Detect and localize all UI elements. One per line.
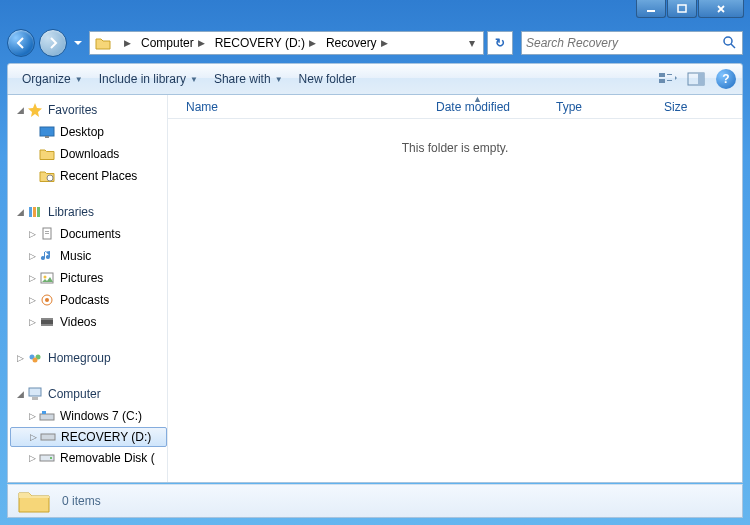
tree-item-pictures[interactable]: ▷Pictures — [10, 267, 167, 289]
content-pane: ▲ Name Date modified Type Size This fold… — [168, 95, 742, 482]
share-with-button[interactable]: Share with▼ — [206, 68, 291, 90]
tree-item-recent-places[interactable]: Recent Places — [10, 165, 167, 187]
tree-item-music[interactable]: ▷Music — [10, 245, 167, 267]
column-size[interactable]: Size — [658, 100, 728, 114]
organize-button[interactable]: Organize▼ — [14, 68, 91, 90]
sort-indicator-icon: ▲ — [473, 94, 482, 104]
tree-item-windows-c[interactable]: ▷Windows 7 (C:) — [10, 405, 167, 427]
breadcrumb-label: Computer — [141, 36, 194, 50]
svg-point-11 — [47, 175, 53, 181]
videos-icon — [38, 314, 56, 330]
back-button[interactable] — [7, 29, 35, 57]
address-bar[interactable]: ▶ Computer▶ RECOVERY (D:)▶ Recovery▶ ▾ — [89, 31, 484, 55]
svg-rect-16 — [45, 231, 49, 232]
svg-point-21 — [45, 298, 49, 302]
main-area: ◢Favorites Desktop Downloads Recent Plac… — [7, 95, 743, 483]
preview-pane-button[interactable] — [684, 68, 708, 90]
documents-icon — [38, 226, 56, 242]
recent-icon — [38, 168, 56, 184]
address-dropdown[interactable]: ▾ — [463, 36, 481, 50]
navigation-pane[interactable]: ◢Favorites Desktop Downloads Recent Plac… — [8, 95, 168, 482]
svg-rect-34 — [50, 457, 52, 459]
favorites-header[interactable]: ◢Favorites — [10, 99, 167, 121]
close-button[interactable] — [698, 0, 744, 18]
include-in-library-button[interactable]: Include in library▼ — [91, 68, 206, 90]
status-text: 0 items — [62, 494, 101, 508]
svg-rect-5 — [667, 74, 672, 75]
star-icon — [26, 102, 44, 118]
libraries-header[interactable]: ◢Libraries — [10, 201, 167, 223]
svg-rect-23 — [41, 318, 53, 320]
help-button[interactable]: ? — [716, 69, 736, 89]
svg-rect-8 — [698, 73, 704, 85]
column-headers: Name Date modified Type Size — [168, 95, 742, 119]
refresh-button[interactable]: ↻ — [487, 31, 513, 55]
folder-icon — [94, 34, 112, 52]
navigation-bar: ▶ Computer▶ RECOVERY (D:)▶ Recovery▶ ▾ ↻ — [7, 27, 743, 59]
column-name[interactable]: Name — [180, 100, 430, 114]
maximize-button[interactable] — [667, 0, 697, 18]
command-bar: Organize▼ Include in library▼ Share with… — [7, 63, 743, 95]
podcasts-icon — [38, 292, 56, 308]
drive-icon — [39, 429, 57, 445]
tree-item-documents[interactable]: ▷Documents — [10, 223, 167, 245]
forward-button[interactable] — [39, 29, 67, 57]
folder-icon — [16, 487, 52, 515]
svg-rect-24 — [41, 324, 53, 326]
svg-rect-12 — [29, 207, 32, 217]
breadcrumb-root-arrow[interactable]: ▶ — [114, 32, 135, 54]
search-box[interactable] — [521, 31, 743, 55]
svg-rect-6 — [667, 80, 672, 81]
search-input[interactable] — [526, 36, 722, 50]
drive-icon — [38, 408, 56, 424]
music-icon — [38, 248, 56, 264]
desktop-icon — [38, 124, 56, 140]
svg-rect-0 — [647, 10, 655, 12]
tree-item-downloads[interactable]: Downloads — [10, 143, 167, 165]
title-bar — [0, 0, 750, 27]
homegroup-header[interactable]: ▷Homegroup — [10, 347, 167, 369]
homegroup-icon — [26, 350, 44, 366]
tree-item-videos[interactable]: ▷Videos — [10, 311, 167, 333]
svg-rect-3 — [659, 73, 665, 77]
svg-rect-4 — [659, 79, 665, 83]
status-bar: 0 items — [7, 484, 743, 518]
tree-item-removable[interactable]: ▷Removable Disk ( — [10, 447, 167, 469]
svg-rect-9 — [40, 127, 54, 136]
svg-point-27 — [33, 358, 38, 363]
minimize-button[interactable] — [636, 0, 666, 18]
tree-item-recovery-d[interactable]: ▷RECOVERY (D:) — [10, 427, 167, 447]
breadcrumb-label: RECOVERY (D:) — [215, 36, 305, 50]
svg-rect-29 — [32, 397, 38, 400]
libraries-icon — [26, 204, 44, 220]
search-icon[interactable] — [722, 35, 738, 51]
pictures-icon — [38, 270, 56, 286]
new-folder-button[interactable]: New folder — [291, 68, 364, 90]
svg-point-19 — [44, 276, 47, 279]
svg-rect-31 — [42, 411, 46, 414]
tree-item-desktop[interactable]: Desktop — [10, 121, 167, 143]
svg-rect-14 — [37, 207, 40, 217]
svg-rect-1 — [678, 5, 686, 12]
column-date-modified[interactable]: Date modified — [430, 100, 550, 114]
svg-point-2 — [724, 37, 732, 45]
breadcrumb-recovery-d[interactable]: RECOVERY (D:)▶ — [209, 32, 320, 54]
removable-drive-icon — [38, 450, 56, 466]
folder-icon — [38, 146, 56, 162]
svg-rect-17 — [45, 233, 49, 234]
view-options-button[interactable] — [656, 68, 680, 90]
column-type[interactable]: Type — [550, 100, 658, 114]
history-dropdown[interactable] — [71, 33, 85, 53]
computer-header[interactable]: ◢Computer — [10, 383, 167, 405]
svg-rect-13 — [33, 207, 36, 217]
svg-rect-32 — [41, 434, 55, 440]
breadcrumb-recovery[interactable]: Recovery▶ — [320, 32, 392, 54]
computer-icon — [26, 386, 44, 402]
svg-rect-30 — [40, 414, 54, 420]
breadcrumb-computer[interactable]: Computer▶ — [135, 32, 209, 54]
svg-rect-10 — [45, 136, 49, 138]
svg-rect-28 — [29, 388, 41, 396]
breadcrumb-label: Recovery — [326, 36, 377, 50]
tree-item-podcasts[interactable]: ▷Podcasts — [10, 289, 167, 311]
empty-folder-message: This folder is empty. — [168, 119, 742, 155]
